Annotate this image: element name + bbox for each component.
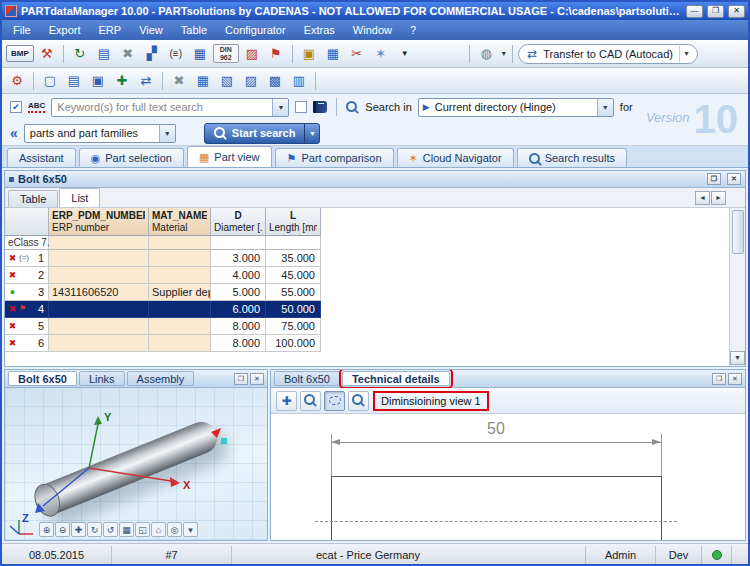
cell-erp[interactable]: 14311606520 <box>49 284 149 301</box>
cell-erp[interactable] <box>49 250 149 267</box>
flag-icon[interactable]: ⚑ <box>265 44 287 64</box>
cell-diameter[interactable]: 8.000 <box>211 318 266 335</box>
trash-icon[interactable]: ✖ <box>168 71 190 91</box>
cell-length[interactable]: 45.000 <box>266 267 321 284</box>
menu-configurator[interactable]: Configurator <box>216 21 295 39</box>
cell-diameter[interactable]: 6.000 <box>211 301 266 318</box>
menu-help[interactable]: ? <box>401 21 425 39</box>
cell-diameter[interactable]: 4.000 <box>211 267 266 284</box>
tab-part-comparison[interactable]: ⚑ Part comparison <box>275 148 394 167</box>
cell-material[interactable]: Supplier depenc <box>149 284 211 301</box>
list-view-icon[interactable]: ▩ <box>264 71 286 91</box>
tab-technical-details[interactable]: Technical details <box>342 371 450 386</box>
render-mode-icon[interactable]: ◎ <box>167 522 182 537</box>
menu-table[interactable]: Table <box>172 21 216 39</box>
zoom-window-tool-icon[interactable] <box>300 391 321 411</box>
start-search-dropdown-icon[interactable]: ▼ <box>304 124 319 143</box>
cell-material[interactable] <box>149 301 211 318</box>
formula-icon[interactable]: (≡) <box>165 44 187 64</box>
link-icon[interactable]: ⇄ <box>135 71 157 91</box>
cell-material[interactable] <box>149 335 211 352</box>
sphere-dropdown-icon[interactable]: ▼ <box>500 50 507 57</box>
split-view-icon[interactable]: ▨ <box>240 71 262 91</box>
refresh-icon[interactable]: ↻ <box>69 44 91 64</box>
scroll-left-button[interactable]: ◄ <box>695 191 710 205</box>
sphere-icon[interactable]: ◍ <box>475 44 497 64</box>
open-icon[interactable]: ▤ <box>63 71 85 91</box>
column-header-length[interactable]: L Length [mm] <box>266 208 321 236</box>
menu-view[interactable]: View <box>130 21 172 39</box>
columns-icon[interactable]: ▥ <box>288 71 310 91</box>
stamp-icon[interactable]: ▨ <box>241 44 263 64</box>
cell-length[interactable]: 55.000 <box>266 284 321 301</box>
part-icon[interactable]: ⚙ <box>6 71 28 91</box>
zoom-out-icon[interactable]: ⊖ <box>55 522 70 537</box>
table-row-5[interactable]: ✖ 5 8.000 75.000 <box>5 318 321 335</box>
save-icon[interactable]: ▣ <box>87 71 109 91</box>
wand-icon[interactable]: ✶ <box>370 44 392 64</box>
statistics-icon[interactable]: ▞ <box>141 44 163 64</box>
start-search-button[interactable]: Start search ▼ <box>204 123 321 144</box>
table-row-3[interactable]: ● 3 14311606520 Supplier depenc 5.000 55… <box>5 284 321 301</box>
dimensioning-view-label[interactable]: Diminsioining view 1 <box>376 394 486 408</box>
keyword-search-input[interactable]: Keyword(s) for full text search ▼ <box>51 98 289 117</box>
cell-length[interactable]: 75.000 <box>266 318 321 335</box>
tab-assembly[interactable]: Assembly <box>127 371 195 386</box>
cell-erp[interactable] <box>49 267 149 284</box>
cell-material[interactable] <box>149 267 211 284</box>
technical-drawing[interactable]: 50 <box>271 414 745 540</box>
catalog-book-icon[interactable] <box>313 101 327 113</box>
column-header-erp[interactable]: ERP_PDM_NUMBER ERP number <box>49 208 149 236</box>
cell-erp[interactable] <box>49 335 149 352</box>
cell-diameter[interactable]: 5.000 <box>211 284 266 301</box>
menu-erp[interactable]: ERP <box>90 21 131 39</box>
cell-length[interactable]: 50.000 <box>266 301 321 318</box>
grid-icon[interactable]: ▦ <box>189 44 211 64</box>
tab-links[interactable]: Links <box>79 371 125 386</box>
search-scope-combo[interactable]: parts and part families ▼ <box>24 124 176 143</box>
fulltext-checkbox[interactable]: ✔ <box>10 101 22 113</box>
cell-material[interactable] <box>149 318 211 335</box>
close-button[interactable]: ✕ <box>728 5 745 18</box>
palette-icon[interactable]: ▣ <box>298 44 320 64</box>
pan-icon[interactable]: ✚ <box>71 522 86 537</box>
tab-part-selection[interactable]: ◉ Part selection <box>79 148 184 167</box>
add-icon[interactable]: ✚ <box>111 71 133 91</box>
vertical-scrollbar[interactable]: ▼ <box>729 208 745 366</box>
table-icon[interactable]: ▦ <box>322 44 344 64</box>
viewport-3d[interactable]: Y X Z ⊕ ⊖ ✚ ↻ <box>5 388 267 540</box>
column-header-diameter[interactable]: D Diameter [... <box>211 208 266 236</box>
cell-material[interactable] <box>149 250 211 267</box>
keyword-dropdown-icon[interactable]: ▼ <box>272 99 288 116</box>
table-row-4-selected[interactable]: ✖ ⚑ 4 6.000 50.000 <box>5 301 321 318</box>
cell-erp[interactable] <box>49 318 149 335</box>
scrollbar-thumb[interactable] <box>732 210 744 254</box>
menu-export[interactable]: Export <box>40 21 90 39</box>
cut-icon[interactable]: ✂ <box>346 44 368 64</box>
transfer-to-cad-combo[interactable]: ⇄ Transfer to CAD (Autocad) ▼ <box>518 44 698 64</box>
collapse-chevrons-icon[interactable]: « <box>10 128 18 138</box>
menu-window[interactable]: Window <box>344 21 401 39</box>
more-icon[interactable]: ▾ <box>183 522 198 537</box>
zoom-tool-icon[interactable] <box>348 391 369 411</box>
form-view-icon[interactable]: ▧ <box>216 71 238 91</box>
tab-search-results[interactable]: Search results <box>517 148 627 167</box>
tab-cloud-navigator[interactable]: ✶ Cloud Navigator <box>397 148 514 167</box>
maximize-button[interactable]: ❐ <box>707 5 724 18</box>
wrench-icon[interactable]: ⚒ <box>36 44 58 64</box>
cell-erp[interactable] <box>49 301 149 318</box>
tab-part-view[interactable]: ▦ Part view <box>187 146 272 167</box>
home-view-icon[interactable]: ⌂ <box>151 522 166 537</box>
table-row-2[interactable]: ✖ 2 4.000 45.000 <box>5 267 321 284</box>
tab-table[interactable]: Table <box>8 190 58 207</box>
database-icon[interactable]: ▤ <box>93 44 115 64</box>
panel-close-button[interactable]: ✕ <box>727 173 741 185</box>
search-directory-combo[interactable]: ▶ Current directory (Hinge) ▼ <box>418 98 614 117</box>
table-panel-title-bar[interactable]: Bolt 6x50 ❐ ✕ <box>5 171 745 188</box>
scope-dropdown-icon[interactable]: ▼ <box>159 125 175 142</box>
zoom-in-icon[interactable]: ⊕ <box>39 522 54 537</box>
minimize-button[interactable]: — <box>686 5 703 18</box>
more-tools-dropdown-icon[interactable]: ▼ <box>394 44 416 64</box>
move-tool-icon[interactable]: ✚ <box>276 391 297 411</box>
tab-bolt-tech[interactable]: Bolt 6x50 <box>274 371 340 386</box>
